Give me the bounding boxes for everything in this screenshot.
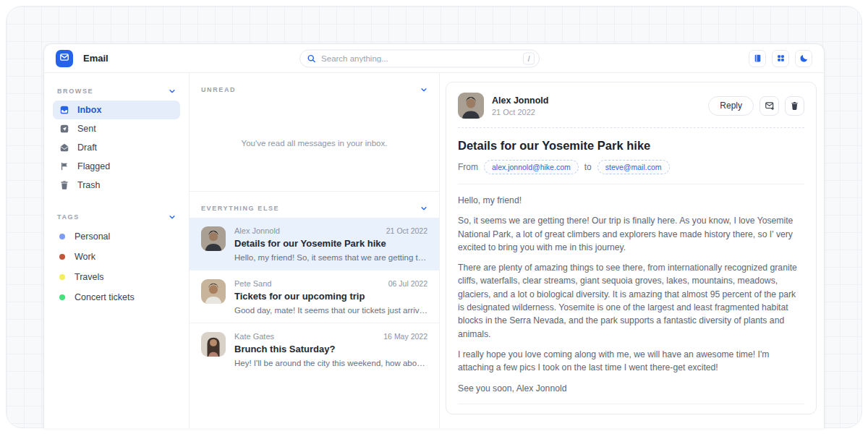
sent-icon xyxy=(59,124,69,134)
chevron-down-icon[interactable] xyxy=(169,213,176,221)
divider xyxy=(458,184,804,184)
browse-label: BROWSE xyxy=(57,88,93,95)
email-actions: Reply xyxy=(708,96,804,116)
email-summary: Kate Gates 16 May 2022 Brunch this Satur… xyxy=(234,332,427,367)
browse-section-header: BROWSE xyxy=(53,80,180,101)
sidebar-item-label: Trash xyxy=(77,180,101,190)
tags-section: TAGS Personal Work Travels xyxy=(53,206,180,307)
to-label: to xyxy=(584,162,592,172)
sidebar-item-label: Inbox xyxy=(77,105,101,115)
email-subject: Details for our Yosemite Park hike xyxy=(234,238,427,249)
dark-mode-button[interactable] xyxy=(795,50,812,67)
tag-item-personal[interactable]: Personal xyxy=(53,226,180,247)
everything-else-label: EVERYTHING ELSE xyxy=(201,205,279,212)
sidebar-item-label: Flagged xyxy=(77,161,110,171)
tag-label: Work xyxy=(75,252,95,262)
sidebar-item-inbox[interactable]: Inbox xyxy=(53,101,180,119)
tags-label: TAGS xyxy=(57,213,80,221)
email-subject: Tickets for our upcoming trip xyxy=(234,291,427,302)
tag-item-concert-tickets[interactable]: Concert tickets xyxy=(53,287,180,307)
tag-label: Concert tickets xyxy=(75,292,135,302)
trash-icon xyxy=(59,180,69,190)
tag-color-dot xyxy=(59,294,65,300)
sidebar-item-trash[interactable]: Trash xyxy=(53,176,180,195)
divider xyxy=(458,404,804,404)
unread-section-header: UNREAD xyxy=(190,73,439,99)
chevron-down-icon[interactable] xyxy=(169,88,176,95)
tag-label: Personal xyxy=(75,231,110,242)
search-icon xyxy=(307,54,316,63)
unread-section: UNREAD You've read all messages in your … xyxy=(190,73,439,192)
email-subject: Brunch this Saturday? xyxy=(234,344,427,354)
tag-item-travels[interactable]: Travels xyxy=(53,267,180,287)
from-address-pill[interactable]: alex.jonnold@hike.com xyxy=(484,160,579,174)
envelope-plus-icon xyxy=(765,101,775,111)
grid-icon xyxy=(776,54,786,63)
divider xyxy=(458,127,804,128)
app-logo[interactable] xyxy=(56,50,73,67)
sidebar-item-label: Sent xyxy=(77,124,96,134)
tag-label: Travels xyxy=(75,272,104,282)
email-body: Hello, my friend! So, it seems we are ge… xyxy=(458,187,804,402)
email-list-item[interactable]: Alex Jonnold 21 Oct 2022 Details for our… xyxy=(190,218,439,270)
book-button[interactable] xyxy=(749,50,766,67)
envelope-icon xyxy=(59,52,69,65)
sidebar-item-flagged[interactable]: Flagged xyxy=(53,157,180,176)
tag-color-dot xyxy=(59,234,65,239)
from-to-row: From alex.jonnold@hike.com to steve@mail… xyxy=(458,160,804,174)
avatar xyxy=(458,93,484,119)
tag-color-dot xyxy=(59,274,65,280)
email-date: 06 Jul 2022 xyxy=(388,279,427,288)
search-bar[interactable]: / xyxy=(299,49,540,67)
email-list-item[interactable]: Kate Gates 16 May 2022 Brunch this Satur… xyxy=(190,323,439,375)
tag-color-dot xyxy=(59,254,65,260)
forward-button[interactable] xyxy=(760,96,779,116)
flag-icon xyxy=(59,161,69,171)
reading-pane: Alex Jonnold 21 Oct 2022 Reply xyxy=(440,73,824,428)
to-address-pill[interactable]: steve@mail.com xyxy=(597,160,670,174)
tag-item-work[interactable]: Work xyxy=(53,247,180,267)
sidebar-item-draft[interactable]: Draft xyxy=(53,138,180,157)
email-preview: Good day, mate! It seems that our ticket… xyxy=(234,306,427,315)
email-date: 16 May 2022 xyxy=(383,332,427,341)
email-subject-title: Details for our Yosemite Park hike xyxy=(458,139,804,153)
avatar xyxy=(201,332,226,357)
email-date: 21 Oct 2022 xyxy=(492,108,548,116)
sidebar-item-sent[interactable]: Sent xyxy=(53,119,180,138)
avatar xyxy=(201,279,226,304)
sidebar-item-label: Draft xyxy=(77,142,97,153)
body-paragraph: So, it seems we are getting there! Our t… xyxy=(458,214,804,254)
chevron-down-icon[interactable] xyxy=(420,205,427,212)
delete-button[interactable] xyxy=(785,96,804,116)
email-sender: Alex Jonnold xyxy=(234,226,280,235)
body-paragraph: Hello, my friend! xyxy=(458,194,804,207)
unread-empty-message: You've read all messages in your inbox. xyxy=(242,139,388,152)
email-sender: Pete Sand xyxy=(234,279,271,288)
body-paragraph: There are plenty of amazing things to se… xyxy=(458,261,804,341)
inbox-icon xyxy=(59,105,69,115)
sidebar: BROWSE Inbox xyxy=(44,73,189,428)
unread-label: UNREAD xyxy=(201,86,236,93)
search-shortcut-badge: / xyxy=(523,52,535,64)
email-app-window: Email / xyxy=(43,43,825,428)
email-preview: Hey! I'll be around the city this weeken… xyxy=(234,359,427,367)
email-detail-card: Alex Jonnold 21 Oct 2022 Reply xyxy=(446,82,817,414)
email-sender: Kate Gates xyxy=(234,332,274,341)
email-list-item[interactable]: Pete Sand 06 Jul 2022 Tickets for our up… xyxy=(190,270,439,323)
attachments-label: Attachments xyxy=(458,413,804,414)
moon-icon xyxy=(799,54,809,63)
tags-section-header: TAGS xyxy=(53,206,180,226)
chevron-down-icon[interactable] xyxy=(420,86,427,93)
search-input[interactable] xyxy=(321,54,518,63)
app-title: Email xyxy=(83,53,109,64)
email-detail-header: Alex Jonnold 21 Oct 2022 Reply xyxy=(458,93,804,119)
everything-else-section-header: EVERYTHING ELSE xyxy=(190,192,439,218)
body-paragraph: I really hope you love coming along with… xyxy=(458,348,804,375)
email-summary: Alex Jonnold 21 Oct 2022 Details for our… xyxy=(234,226,427,262)
grid-button[interactable] xyxy=(772,50,789,67)
trash-icon xyxy=(790,101,799,111)
top-bar: Email / xyxy=(44,44,824,73)
reply-button[interactable]: Reply xyxy=(708,96,754,116)
email-preview: Hello, my friend! So, it seems that we a… xyxy=(234,253,427,262)
message-list-column: UNREAD You've read all messages in your … xyxy=(189,73,440,428)
